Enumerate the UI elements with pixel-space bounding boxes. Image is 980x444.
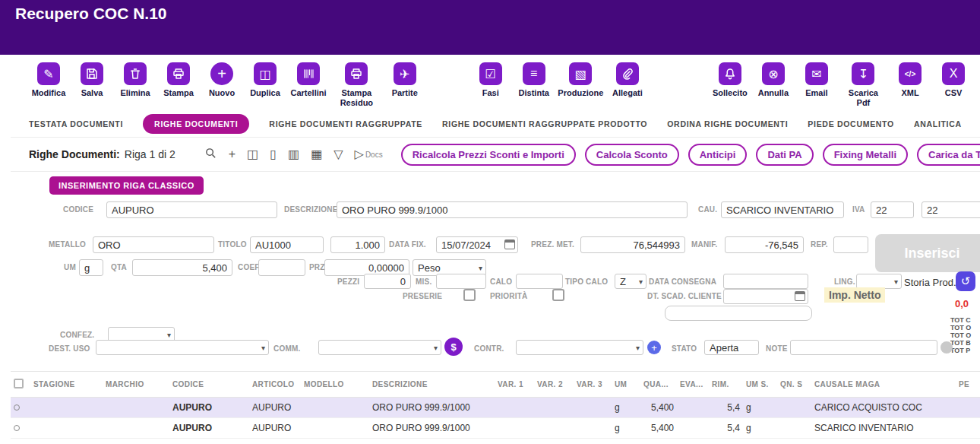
download-icon: ↧: [852, 62, 874, 85]
row-selector-icon[interactable]: [14, 425, 20, 431]
annulla-button[interactable]: ⊗ Annulla: [757, 62, 790, 98]
elimina-button[interactable]: Elimina: [119, 62, 152, 98]
um-input[interactable]: [79, 259, 103, 276]
coeff-input[interactable]: [258, 259, 305, 276]
extra-input[interactable]: [665, 306, 812, 321]
currency-icon[interactable]: $: [444, 338, 463, 356]
edit-icon: ✎: [37, 62, 60, 85]
cell-eva: [677, 398, 709, 418]
storia-prod-icon[interactable]: ↺: [956, 271, 975, 291]
titolo-input[interactable]: [250, 236, 324, 253]
col-qua: QUA...: [640, 372, 677, 398]
partite-button[interactable]: ✈ Partite: [388, 62, 422, 98]
tab-righe-raggruppate[interactable]: RIGHE DOCUMENTI RAGGRUPPATE: [269, 119, 422, 128]
dati-pa-button[interactable]: Dati PA: [756, 144, 813, 166]
tab-piede-documento[interactable]: PIEDE DOCUMENTO: [808, 119, 894, 128]
table-row[interactable]: AUPURO AUPURO ORO PURO 999.9/1000 g 5,40…: [11, 398, 980, 418]
iva-input[interactable]: [871, 201, 914, 218]
preserie-checkbox[interactable]: [463, 289, 476, 301]
stato-input[interactable]: [704, 340, 759, 355]
manif-input[interactable]: [725, 236, 804, 253]
nuovo-button[interactable]: + Nuovo: [205, 62, 239, 98]
mis-label: MIS.: [416, 278, 432, 286]
add-contratto-icon[interactable]: +: [647, 341, 661, 354]
row-selector-icon[interactable]: [14, 404, 20, 411]
carica-da-template-button[interactable]: Carica da Template: [917, 144, 980, 166]
search-icon[interactable]: [204, 147, 217, 162]
cell-var1: [495, 398, 534, 418]
cell-eva: [677, 418, 709, 439]
anticipi-button[interactable]: Anticipi: [688, 144, 748, 166]
titolo-valore-input[interactable]: [330, 236, 385, 253]
tipo-calo-select[interactable]: Z: [615, 274, 646, 289]
codice-input[interactable]: [106, 201, 277, 218]
fasi-button[interactable]: ☑ Fasi: [474, 62, 507, 98]
filter-icon[interactable]: ▽: [334, 148, 343, 160]
tab-testata-documenti[interactable]: TESTATA DOCUMENTI: [29, 119, 123, 128]
col-articolo: ARTICOLO: [249, 372, 301, 398]
email-button[interactable]: ✉ Email: [800, 62, 833, 98]
copy-row-icon[interactable]: ◫: [247, 148, 258, 160]
tab-analitica[interactable]: ANALITICA: [914, 119, 962, 128]
distinta-button[interactable]: ≡ Distinta: [517, 62, 551, 98]
cell-um: g: [612, 398, 640, 418]
columns-icon[interactable]: ▥: [288, 148, 299, 160]
salva-button[interactable]: Salva: [75, 62, 109, 98]
mis-input[interactable]: [436, 274, 486, 289]
comm-select[interactable]: [318, 340, 441, 355]
table-row[interactable]: AUPURO AUPURO ORO PURO 999.9/1000 g 5,40…: [11, 418, 980, 439]
allegati-button[interactable]: Allegati: [611, 62, 644, 98]
stampa-button[interactable]: Stampa: [162, 62, 195, 98]
calo-input[interactable]: [516, 274, 563, 289]
scarica-pdf-button[interactable]: ↧ Scarica Pdf: [843, 62, 884, 107]
contr-select[interactable]: [516, 340, 643, 355]
iva-percent-input[interactable]: [922, 201, 980, 218]
cartellini-button[interactable]: Cartellini: [292, 62, 325, 98]
metallo-input[interactable]: [93, 236, 214, 253]
tab-righe-documenti[interactable]: RIGHE DOCUMENTI: [143, 114, 249, 134]
note-icon[interactable]: [940, 341, 953, 354]
col-var1: VAR. 1: [495, 372, 534, 398]
prez-met-input[interactable]: [580, 236, 685, 253]
inserisci-button[interactable]: Inserisci: [875, 234, 980, 272]
tab-ordina-righe[interactable]: ORDINA RIGHE DOCUMENTI: [667, 119, 788, 128]
inserimento-riga-pill: INSERIMENTO RIGA CLASSICO: [49, 176, 204, 195]
select-all-checkbox[interactable]: [14, 379, 24, 388]
envelope-icon: ✉: [805, 62, 828, 85]
note-input[interactable]: [790, 340, 937, 355]
contr-label: CONTR.: [474, 344, 504, 353]
confez-label: CONFEZ.: [60, 331, 94, 339]
device-icon[interactable]: ▯: [270, 148, 277, 160]
pezzi-input[interactable]: [364, 274, 411, 289]
produzione-button[interactable]: ▧ Produzione: [561, 62, 601, 98]
docs-button[interactable]: ▷ Docs: [355, 148, 383, 160]
sollecito-button[interactable]: Sollecito: [713, 62, 747, 98]
add-row-icon[interactable]: +: [229, 148, 236, 160]
ling-select[interactable]: [856, 274, 902, 289]
grid-icon[interactable]: ▦: [311, 148, 322, 160]
calcola-sconto-button[interactable]: Calcola Sconto: [585, 144, 679, 166]
fixing-metalli-button[interactable]: Fixing Metalli: [823, 144, 908, 166]
col-var3: VAR. 3: [574, 372, 612, 398]
duplica-button[interactable]: ◫ Duplica: [248, 62, 282, 98]
qta-input[interactable]: [132, 259, 232, 276]
calendar-icon[interactable]: [504, 239, 515, 249]
xml-button[interactable]: </> XML: [893, 62, 927, 98]
row-position-indicator: Riga 1 di 2: [125, 148, 175, 160]
priorita-checkbox[interactable]: [552, 289, 564, 301]
barcode-icon: [297, 62, 320, 85]
dest-uso-select[interactable]: [96, 340, 269, 355]
rep-input[interactable]: [833, 236, 868, 253]
cell-descrizione: ORO PURO 999.9/1000: [369, 398, 495, 418]
ricalcola-prezzi-button[interactable]: Ricalcola Prezzi Sconti e Importi: [401, 144, 576, 166]
calendar-icon[interactable]: [795, 291, 805, 301]
data-consegna-input[interactable]: [723, 274, 808, 289]
metallo-label: METALLO: [49, 240, 86, 249]
descrizione-input[interactable]: [337, 201, 688, 218]
modifica-button[interactable]: ✎ Modifica: [32, 62, 65, 98]
csv-button[interactable]: X CSV: [937, 62, 970, 98]
cau-input[interactable]: [721, 201, 844, 218]
stampa-residuo-button[interactable]: Stampa Residuo: [335, 62, 378, 107]
tab-righe-raggruppate-prodotto[interactable]: RIGHE DOCUMENTI RAGGRUPPATE PRODOTTO: [442, 119, 647, 128]
data-consegna-label: DATA CONSEGNA: [649, 278, 716, 286]
